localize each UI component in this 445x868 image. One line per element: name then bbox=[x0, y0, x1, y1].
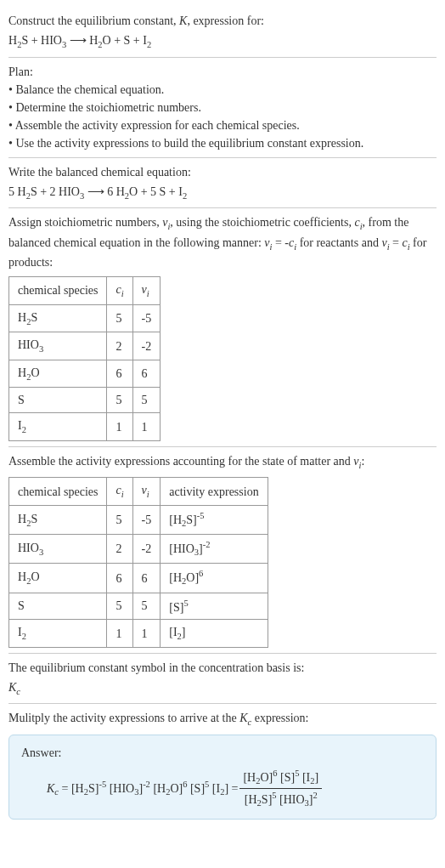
cell-nui: 5 bbox=[132, 388, 161, 413]
cell-species: HIO3 bbox=[9, 332, 107, 360]
subscript: 2 bbox=[22, 425, 26, 434]
text: [H bbox=[243, 771, 256, 784]
activity-section: Assemble the activity expressions accoun… bbox=[8, 447, 437, 654]
subscript: 3 bbox=[39, 547, 43, 557]
text: S bbox=[31, 311, 37, 324]
subscript: i bbox=[121, 490, 124, 499]
text: = bbox=[390, 236, 403, 249]
multiply-text: Mulitply the activity expressions to arr… bbox=[8, 709, 437, 729]
cell-species: HIO3 bbox=[9, 535, 107, 564]
cell-ci: 2 bbox=[107, 535, 132, 564]
text: for reactants and bbox=[296, 236, 381, 249]
cell-nui: 5 bbox=[132, 593, 161, 620]
cell-species: I2 bbox=[9, 620, 107, 648]
arrow: ⟶ bbox=[84, 185, 107, 198]
text: [HIO bbox=[277, 793, 305, 806]
table-row: H2O 6 6 bbox=[9, 360, 161, 388]
text: [S] bbox=[187, 782, 205, 795]
text: [HIO bbox=[106, 782, 134, 795]
balanced-title: Write the balanced chemical equation: bbox=[8, 163, 437, 181]
table-row: I2 1 1 [I2] bbox=[9, 620, 268, 648]
denominator: [H2S]5 [HIO3]2 bbox=[239, 789, 322, 810]
cell-nui: 1 bbox=[132, 413, 161, 441]
text: ] bbox=[314, 771, 318, 784]
text: H bbox=[18, 570, 26, 583]
table-header-row: chemical species ci νi activity expressi… bbox=[9, 478, 268, 506]
cell-species: I2 bbox=[9, 413, 107, 441]
cell-species: H2O bbox=[9, 564, 107, 593]
text: = - bbox=[272, 236, 289, 249]
cell-ci: 2 bbox=[107, 332, 132, 360]
exponent: -2 bbox=[143, 780, 150, 789]
var: K bbox=[239, 712, 247, 724]
symbol-kc: Kc bbox=[8, 678, 437, 699]
table-row: HIO3 2 -2 bbox=[9, 332, 161, 360]
multiply-section: Mulitply the activity expressions to arr… bbox=[8, 704, 437, 825]
text: Assign stoichiometric numbers, bbox=[8, 216, 162, 229]
exponent: -5 bbox=[99, 780, 106, 789]
cell-ci: 6 bbox=[107, 360, 132, 388]
term: O + 5 S + I bbox=[129, 185, 183, 198]
text: [H bbox=[150, 782, 166, 795]
text: [H bbox=[245, 793, 257, 806]
var: K bbox=[8, 681, 16, 694]
table-row: S 5 5 bbox=[9, 388, 161, 413]
symbol-text: The equilibrium constant symbol in the c… bbox=[8, 659, 437, 677]
plan-title: Plan: bbox=[8, 63, 437, 81]
eq: = bbox=[59, 782, 71, 795]
cell-activity: [H2O]6 bbox=[161, 564, 268, 593]
table-header-row: chemical species ci νi bbox=[9, 277, 161, 305]
text: Construct the equilibrium constant, bbox=[8, 14, 179, 27]
subscript: 2 bbox=[183, 190, 187, 200]
term: O + S + I bbox=[103, 34, 147, 47]
col-ci: ci bbox=[107, 478, 132, 506]
balanced-equation: 5 H2S + 2 HIO3 ⟶ 6 H2O + 5 S + I2 bbox=[8, 183, 437, 203]
plan-section: Plan: • Balance the chemical equation. •… bbox=[8, 58, 437, 158]
term: H bbox=[89, 34, 98, 47]
plan-bullet: • Assemble the activity expression for e… bbox=[8, 116, 437, 134]
cell-ci: 1 bbox=[107, 413, 132, 441]
cell-species: H2S bbox=[9, 506, 107, 535]
table-row: S 5 5 [S]5 bbox=[9, 593, 268, 620]
exponent: 6 bbox=[199, 569, 203, 578]
cell-nui: 1 bbox=[132, 620, 161, 648]
plan-bullet: • Balance the chemical equation. bbox=[8, 81, 437, 99]
text: [I bbox=[169, 626, 177, 638]
activity-table: chemical species ci νi activity expressi… bbox=[8, 477, 268, 647]
answer-label: Answer: bbox=[21, 744, 424, 762]
text: , expression for: bbox=[187, 14, 264, 27]
intro-line: Construct the equilibrium constant, K, e… bbox=[8, 12, 437, 30]
stoich-section: Assign stoichiometric numbers, νi, using… bbox=[8, 208, 437, 447]
text: [H bbox=[169, 513, 182, 526]
subscript: i bbox=[121, 289, 124, 298]
text: H bbox=[18, 513, 26, 525]
text: [I bbox=[209, 782, 220, 795]
var: K bbox=[47, 782, 54, 795]
cell-ci: 5 bbox=[107, 304, 132, 332]
text: O bbox=[31, 570, 39, 583]
text: Assemble the activity expressions accoun… bbox=[8, 455, 353, 468]
text: expression: bbox=[251, 712, 308, 724]
col-species: chemical species bbox=[9, 277, 107, 305]
text: H bbox=[18, 311, 26, 324]
text: [S] bbox=[169, 600, 183, 613]
symbol-section: The equilibrium constant symbol in the c… bbox=[8, 654, 437, 705]
subscript: i bbox=[147, 289, 149, 298]
text: Mulitply the activity expressions to arr… bbox=[8, 712, 239, 724]
col-nui: νi bbox=[132, 277, 161, 305]
term: 5 H bbox=[8, 185, 26, 198]
cell-activity: [S]5 bbox=[161, 593, 268, 620]
cell-nui: 6 bbox=[132, 564, 161, 593]
col-activity: activity expression bbox=[161, 478, 268, 506]
term: 6 H bbox=[107, 185, 125, 198]
table-row: H2S 5 -5 bbox=[9, 304, 161, 332]
text: [H bbox=[169, 571, 182, 584]
text: : bbox=[361, 455, 364, 468]
subscript: i bbox=[147, 490, 149, 499]
text: S] bbox=[262, 793, 272, 806]
cell-ci: 5 bbox=[107, 593, 132, 620]
table-row: H2S 5 -5 [H2S]-5 bbox=[9, 506, 268, 535]
subscript: 3 bbox=[39, 344, 43, 354]
cell-species: H2S bbox=[9, 304, 107, 332]
table-row: I2 1 1 bbox=[9, 413, 161, 441]
